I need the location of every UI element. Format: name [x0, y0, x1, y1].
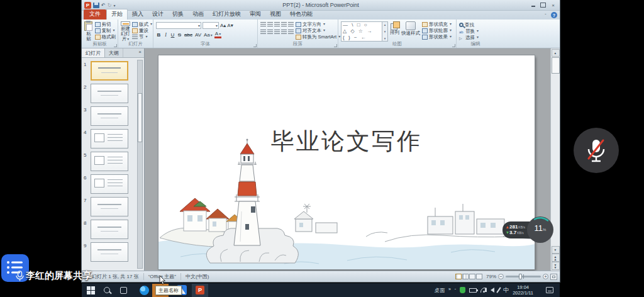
cpu-usage-ball[interactable]: 11 % — [527, 216, 553, 243]
language-indicator[interactable]: 中文(中国) — [181, 273, 213, 280]
cut-button[interactable]: 剪切 — [95, 21, 116, 27]
panel-tab-outline[interactable]: 大纲 — [105, 48, 123, 57]
italic-button[interactable]: I — [163, 31, 169, 38]
maximize-button[interactable] — [538, 2, 548, 9]
shape-fill-button[interactable]: 形状填充 — [422, 21, 452, 27]
drawing-dialog-launcher[interactable] — [452, 44, 455, 47]
new-slide-button[interactable]: 新建 幻灯片 — [121, 21, 130, 42]
reading-view-icon[interactable] — [469, 274, 475, 279]
shrink-font-button[interactable]: A▾ — [227, 22, 233, 29]
next-slide-button[interactable] — [552, 262, 560, 270]
tab-transitions[interactable]: 切换 — [168, 9, 188, 20]
strikethrough-button[interactable]: S — [177, 31, 182, 38]
speaker-icon[interactable] — [491, 288, 494, 293]
clock[interactable]: 19:04 2022/1/11 — [513, 284, 533, 296]
zoom-slider-thumb[interactable] — [519, 274, 522, 279]
font-size-combo[interactable] — [203, 22, 219, 29]
copy-button[interactable]: 复制 — [95, 28, 116, 33]
tab-review[interactable]: 审阅 — [245, 9, 265, 20]
hidden-icons-chevron[interactable] — [455, 288, 456, 293]
tab-insert[interactable]: 插入 — [128, 9, 148, 20]
font-color-button[interactable]: A — [214, 31, 221, 38]
slide-thumbnail-2[interactable]: 2 — [84, 84, 135, 103]
bullets-icon[interactable] — [260, 22, 266, 27]
section-button[interactable]: 节 — [132, 34, 152, 40]
battery-icon[interactable] — [469, 288, 477, 293]
slideshow-icon[interactable] — [476, 274, 482, 279]
slide-sorter-icon[interactable] — [462, 274, 469, 279]
tab-design[interactable]: 设计 — [148, 9, 168, 20]
normal-view-icon[interactable] — [455, 274, 462, 279]
slide[interactable]: 毕业论文写作 — [158, 55, 535, 269]
fit-to-window-button[interactable] — [550, 274, 557, 280]
help-icon[interactable]: ? — [551, 12, 557, 18]
shape-outline-button[interactable]: 形状轮廓 — [422, 28, 452, 33]
quick-styles-button[interactable]: 快速样式 — [401, 21, 420, 42]
align-right-icon[interactable] — [274, 30, 280, 35]
panel-close-icon[interactable]: × — [136, 48, 144, 57]
slide-thumbnail-5[interactable]: 5 — [84, 152, 135, 171]
grow-font-button[interactable]: A▴ — [220, 22, 226, 29]
indent-decrease-icon[interactable] — [274, 22, 280, 27]
save-icon[interactable] — [93, 3, 99, 8]
line-spacing-icon[interactable] — [288, 22, 294, 27]
toolbar-expand-icon[interactable]: » — [448, 287, 451, 291]
clear-format-button[interactable]: abc — [184, 31, 193, 38]
slide-thumbnail-6[interactable]: 6 — [84, 174, 135, 194]
collapse-ribbon-icon[interactable] — [543, 13, 548, 18]
slide-thumbnail-9[interactable]: 9 — [84, 242, 135, 262]
paragraph-dialog-launcher[interactable] — [334, 44, 337, 47]
input-method-indicator[interactable]: 中 — [503, 286, 509, 294]
panel-scrollbar-thumb[interactable] — [138, 93, 142, 142]
pen-icon[interactable] — [497, 287, 501, 293]
reset-button[interactable]: 重设 — [132, 28, 152, 33]
antivirus-tray-icon[interactable] — [460, 287, 465, 293]
shapes-gallery[interactable]: — \ □ ○ △ ◇ ☆ → { } ~ ← — [341, 21, 382, 42]
paste-button[interactable]: 粘贴 — [84, 21, 93, 42]
task-view-icon[interactable] — [120, 287, 127, 294]
char-spacing-button[interactable]: AV — [194, 31, 202, 38]
numbering-icon[interactable] — [267, 22, 273, 27]
select-button[interactable]: 选择 — [459, 35, 479, 40]
qat-dropdown-icon[interactable] — [113, 3, 115, 8]
format-painter-button[interactable]: 格式刷 — [95, 34, 116, 40]
zoom-out-button[interactable]: − — [498, 274, 504, 279]
tab-file[interactable]: 文件 — [84, 9, 106, 20]
slide-thumbnail-8[interactable]: 8 — [84, 220, 135, 239]
start-button[interactable] — [87, 286, 95, 294]
tab-animations[interactable]: 动画 — [188, 9, 208, 20]
font-dialog-launcher[interactable] — [253, 44, 257, 47]
action-center-icon[interactable] — [546, 287, 553, 293]
search-icon[interactable] — [104, 287, 110, 293]
text-direction-button[interactable]: 文字方向 — [296, 21, 340, 27]
tab-slideshow[interactable]: 幻灯片放映 — [208, 9, 245, 20]
find-button[interactable]: 查找 — [459, 22, 479, 28]
zoom-in-button[interactable]: + — [543, 274, 548, 279]
columns-icon[interactable] — [288, 30, 294, 35]
align-text-button[interactable]: 对齐文本 — [296, 28, 340, 33]
shapes-gallery-scroll[interactable] — [382, 21, 388, 42]
previous-slide-button[interactable] — [552, 254, 560, 262]
redo-icon[interactable] — [108, 3, 112, 8]
slide-thumbnail-3[interactable]: 3 — [84, 106, 135, 126]
close-button[interactable]: × — [548, 2, 558, 9]
layout-button[interactable]: 版式 — [132, 21, 152, 27]
scroll-up-icon[interactable] — [552, 49, 560, 57]
underline-button[interactable]: U — [170, 31, 175, 38]
align-left-icon[interactable] — [260, 30, 266, 35]
minimize-button[interactable] — [528, 2, 538, 9]
font-name-combo[interactable] — [156, 22, 201, 29]
microphone-mute-button[interactable] — [574, 128, 619, 173]
undo-icon[interactable] — [101, 3, 106, 8]
clipboard-dialog-launcher[interactable] — [114, 44, 117, 47]
slide-thumbnail-4[interactable]: 4 — [84, 129, 135, 148]
replace-button[interactable]: 替换 — [459, 28, 479, 34]
shape-effects-button[interactable]: 形状效果 — [422, 34, 452, 40]
panel-tab-slides[interactable]: 幻灯片 — [82, 48, 105, 57]
slide-thumbnail-1[interactable]: 1 — [84, 61, 135, 81]
align-center-icon[interactable] — [267, 30, 273, 35]
desktop-toolbar[interactable]: 桌面 — [435, 287, 445, 294]
powerpoint-taskbar-icon[interactable] — [192, 284, 208, 297]
convert-smartart-button[interactable]: 转换为 SmartArt — [296, 34, 340, 40]
tab-view[interactable]: 视图 — [265, 9, 286, 20]
